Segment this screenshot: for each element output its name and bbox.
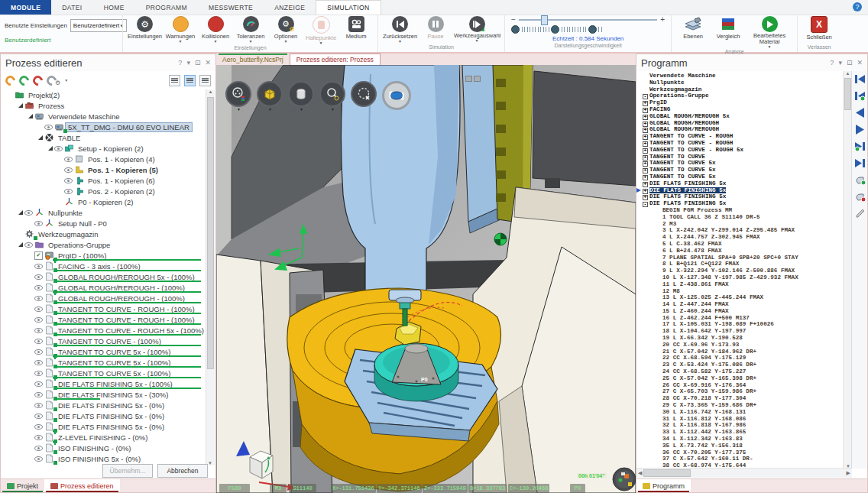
eye-visibility-icon[interactable] — [64, 178, 73, 183]
tree-row[interactable]: FACING - 3 axis - (100%) — [1, 261, 206, 271]
gcode-line[interactable]: 27 C X-65.703 Y-159.986 DR+ — [643, 388, 842, 395]
3d-viewport[interactable]: P0 ▼ ▼ — [216, 65, 636, 493]
eye-visibility-icon[interactable] — [34, 424, 43, 430]
play-forward-button[interactable] — [854, 125, 866, 135]
stock-view-button[interactable]: ▼ — [257, 81, 283, 107]
close-icon[interactable]: ✕ — [205, 59, 211, 66]
tree-row[interactable]: Z-LEVEL FINISHING - (0%) — [1, 432, 206, 443]
viewport-tab-process[interactable]: Prozess editieren: Prozess — [290, 54, 381, 65]
eye-visibility-icon[interactable] — [24, 242, 33, 248]
ribbon-button-einstellungen[interactable]: ⚙Einstellungen — [128, 16, 162, 40]
help-icon[interactable]: ? — [853, 2, 862, 11]
chevron-down-icon[interactable]: ▼ — [64, 78, 68, 83]
run-green-icon[interactable] — [17, 73, 31, 87]
ribbon-button-toleranzen[interactable]: Toleranzen▼ — [234, 16, 267, 43]
expand-icon[interactable] — [18, 210, 23, 215]
view-mode-3-button[interactable] — [199, 75, 211, 86]
view-mode-2-button[interactable] — [184, 75, 196, 86]
expand-icon[interactable] — [48, 146, 53, 151]
tree-row[interactable]: Nullpunkte — [1, 207, 206, 218]
gcode-line[interactable]: 12 M8 — [643, 288, 842, 295]
tree-row[interactable]: DIE FLATS FINISHING 5x - (0%) — [1, 400, 206, 410]
program-tree-row[interactable]: +DIE FLATS FINISHING 5x — [643, 187, 842, 194]
program-tree-row[interactable]: +TANGENT TO CURVE - ROUGH — [643, 140, 842, 147]
eye-visibility-icon[interactable] — [64, 157, 73, 162]
eye-visibility-icon[interactable] — [34, 339, 43, 344]
gcode-line[interactable]: 21 C X-57.042 Y-184.962 DR+ — [643, 349, 842, 355]
chevron-down-icon[interactable]: ▾ — [186, 59, 190, 66]
gcode-line[interactable]: 24 CC X-68.582 Y-175.227 — [643, 368, 842, 375]
gcode-line[interactable]: BEGIN PGM Prozess MM — [643, 207, 842, 214]
gcode-line[interactable]: 36 CC X-70.205 Y-177.375 — [643, 449, 842, 456]
eye-visibility-icon[interactable] — [34, 392, 43, 397]
ribbon-button-schließen[interactable]: XSchließen — [802, 16, 836, 41]
ribbon-tab-anzeige[interactable]: ANZEIGE — [264, 0, 316, 15]
tree-row[interactable]: ✔PrgID - (100%) — [1, 250, 206, 261]
ribbon-tab-simulation[interactable]: SIMULATION — [316, 0, 381, 15]
tree-row[interactable]: TANGENT TO CURVE - ROUGH - (100%) — [1, 303, 206, 314]
eye-visibility-icon[interactable] — [34, 274, 43, 280]
tree-row[interactable]: TANGENT TO CURVE 5x - (100%) — [1, 346, 206, 357]
eye-visibility-icon[interactable] — [34, 371, 43, 376]
ribbon-button-vergleich[interactable]: Vergleich — [711, 16, 745, 40]
eye-visibility-icon[interactable] — [34, 381, 43, 387]
chevron-down-icon[interactable]: ▾ — [838, 59, 842, 66]
eye-visibility-icon[interactable] — [34, 264, 43, 269]
ribbon-button-ebenen[interactable]: Ebenen — [676, 16, 710, 40]
eye-visibility-icon[interactable] — [64, 167, 73, 173]
tree-row[interactable]: GLOBAL ROUGH/REROUGH - (100%) — [1, 293, 206, 303]
program-tree-row[interactable]: Werkzeugmagazin — [643, 86, 842, 93]
program-tree-row[interactable]: +PrgID — [643, 99, 842, 106]
program-tree-row[interactable]: +TANGENT TO CURVE 5x — [643, 160, 842, 167]
tree-row[interactable]: DIE FLATS FINISHING 5x - (0%) — [1, 421, 206, 432]
eye-visibility-icon[interactable] — [34, 435, 43, 440]
gcode-line[interactable]: 19 L X-66.342 Y-190.528 — [643, 335, 842, 342]
step-back-marker-button[interactable] — [854, 91, 866, 101]
gcode-line[interactable]: 6 L B+24.478 FMAX — [643, 248, 842, 255]
view-mode-1-button[interactable] — [169, 75, 180, 86]
program-tree-row[interactable]: +DIE FLATS FINISHING 5x — [643, 193, 842, 200]
eye-visibility-icon[interactable] — [54, 146, 63, 151]
viewport-tab-project[interactable]: Aero_butterfly.NcsPrj — [216, 54, 290, 65]
step-forward-marker-button[interactable] — [854, 141, 866, 151]
play-backward-button[interactable] — [854, 108, 866, 118]
eye-visibility-icon[interactable] — [34, 328, 43, 333]
cancel-button[interactable]: Abbrechen — [157, 464, 208, 478]
tree-row[interactable]: Prozess — [1, 100, 206, 111]
eye-visibility-icon[interactable] — [34, 360, 43, 365]
tree-row[interactable]: GLOBAL ROUGH/REROUGH 5x - (100%) — [1, 271, 206, 282]
gcode-line[interactable]: 11 L Z-438.861 FMAX — [643, 281, 842, 288]
eye-visibility-icon[interactable] — [34, 317, 43, 323]
bottom-tab-programm[interactable]: Programm — [636, 479, 691, 492]
speed-minus[interactable]: − — [511, 17, 516, 23]
tree-row[interactable]: Pos. 1 - Kopieren (5) — [1, 164, 206, 175]
eye-visibility-icon[interactable] — [34, 349, 43, 355]
eye-visibility-icon[interactable] — [34, 403, 43, 408]
gcode-line[interactable]: 9 L X-322.294 Y-102.146 Z-500.886 FMAX — [643, 268, 842, 274]
tree-row[interactable]: TANGENT TO CURVE - (100%) — [1, 336, 206, 346]
tree-row[interactable]: ISO FINISHING - (0%) — [1, 443, 206, 453]
left-tree-scrollbar[interactable]: ▲▼ — [206, 89, 215, 465]
gcode-line[interactable]: 37 C X-57.642 Y-160.11 DR- — [643, 456, 842, 462]
tree-row[interactable]: Operations-Gruppe — [1, 239, 206, 250]
program-tree-row[interactable]: +TANGENT TO CURVE 5x — [643, 167, 842, 174]
gcode-line[interactable]: 3 L X-242.042 Y-299.014 Z-295.485 FMAX — [643, 227, 842, 234]
add-breakpoint-button[interactable] — [854, 175, 866, 185]
speed-slider[interactable] — [519, 19, 657, 21]
ribbon-tab-messwerte[interactable]: MESSWERTE — [198, 0, 264, 15]
eye-visibility-icon[interactable] — [34, 456, 43, 462]
gcode-line[interactable]: 22 CC X-68.594 Y-175.129 — [643, 355, 842, 362]
tree-row[interactable]: TANGENT TO CURVE 5x - (100%) — [1, 357, 206, 368]
gcode-line[interactable]: 33 L X-112.442 Y-163.865 — [643, 429, 842, 436]
eye-visibility-icon[interactable] — [44, 125, 53, 130]
tree-row[interactable]: DIE FLATS FINISHING 5x - (0%) — [1, 410, 206, 421]
view-orientation-button[interactable]: ▼ — [225, 81, 251, 107]
gcode-line[interactable]: 18 L X-104.642 Y-197.997 — [643, 328, 842, 335]
tree-row[interactable]: Setup - Kopieren (2) — [1, 143, 206, 154]
ribbon-button-bearbeitetes-material[interactable]: Bearbeitetes Material▼ — [747, 16, 792, 48]
ribbon-button-pause[interactable]: Pause — [419, 16, 452, 40]
gcode-line[interactable]: 25 C X-57.042 Y-165.398 DR+ — [643, 375, 842, 382]
ribbon-button-haltepunkte[interactable]: Haltepunkte▼ — [304, 16, 338, 44]
gcode-line[interactable]: 30 L X-116.742 Y-168.131 — [643, 409, 842, 416]
run-orange-icon[interactable] — [3, 73, 17, 87]
